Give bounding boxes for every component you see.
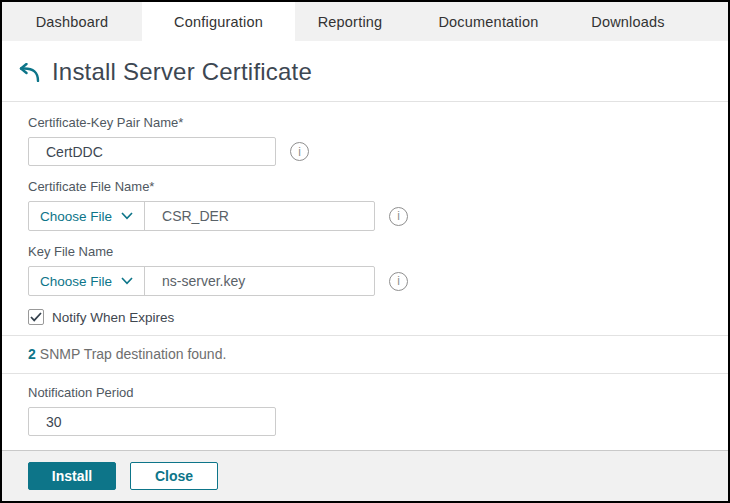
notification-period-input[interactable] [28,407,276,436]
info-icon[interactable]: i [389,207,408,226]
install-certificate-form: Certificate-Key Pair Name* i Certificate… [2,102,728,325]
cert-file-choose-button[interactable]: Choose File [29,202,145,230]
top-tab-bar: Dashboard Configuration Reporting Docume… [2,2,728,41]
chevron-down-icon [121,212,133,220]
cert-key-pair-label: Certificate-Key Pair Name* [28,115,728,130]
install-button[interactable]: Install [28,462,116,490]
notification-period-label: Notification Period [28,385,728,400]
tab-downloads[interactable]: Downloads [572,2,684,41]
cert-key-pair-field: Certificate-Key Pair Name* i [28,115,728,166]
key-file-field: Key File Name Choose File i [28,244,728,296]
notify-when-expires-checkbox[interactable] [28,309,44,325]
tab-dashboard[interactable]: Dashboard [2,2,142,41]
checkbox-checkmark-icon [30,312,42,322]
cert-file-combo: Choose File [28,201,375,231]
cert-file-field: Certificate File Name* Choose File i [28,179,728,231]
notify-when-expires-label: Notify When Expires [52,310,174,325]
key-file-label: Key File Name [28,244,728,259]
page-header: Install Server Certificate [2,41,728,102]
tab-documentation[interactable]: Documentation [405,2,572,41]
snmp-trap-text: SNMP Trap destination found. [40,346,227,362]
snmp-trap-count: 2 [28,346,36,362]
action-bar: Install Close [2,450,728,501]
key-file-input[interactable] [145,267,374,295]
notify-when-expires-row: Notify When Expires [28,309,728,325]
cert-key-pair-input[interactable] [28,137,276,166]
tab-configuration[interactable]: Configuration [142,2,295,41]
key-file-combo: Choose File [28,266,375,296]
snmp-trap-notice: 2SNMP Trap destination found. [2,336,728,373]
key-file-choose-button[interactable]: Choose File [29,267,145,295]
chevron-down-icon [121,277,133,285]
page-title: Install Server Certificate [52,58,312,86]
info-icon[interactable]: i [389,272,408,291]
info-icon[interactable]: i [290,142,309,161]
cert-file-label: Certificate File Name* [28,179,728,194]
cert-file-input[interactable] [145,202,374,230]
tab-reporting[interactable]: Reporting [295,2,405,41]
back-arrow-icon[interactable] [16,63,41,82]
close-button[interactable]: Close [130,462,218,490]
